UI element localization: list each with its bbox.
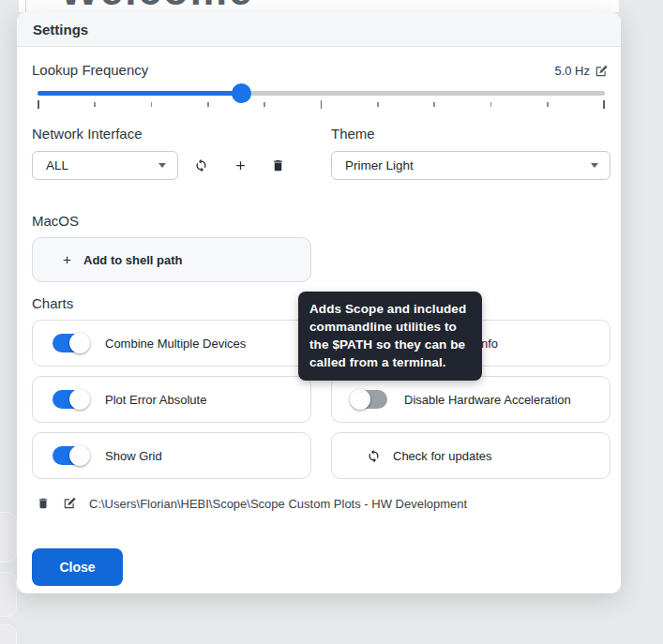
slider-tick: [38, 100, 39, 109]
custom-plots-path-row: C:\Users\Florian\HEBI\Scope\Scope Custom…: [32, 494, 467, 513]
slider-tick: [377, 102, 379, 107]
page-background: Welcome Settings Lookup Frequency 5.0 Hz…: [0, 0, 663, 644]
toggle-knob: [69, 333, 90, 353]
slider-tick: [151, 102, 153, 107]
background-card: [0, 512, 17, 562]
slider-ticks: [38, 100, 605, 109]
toggle-knob: [69, 445, 90, 466]
toggle-card-plot-error-absolute: Plot Error Absolute: [32, 376, 311, 423]
lookup-frequency-label: Lookup Frequency: [32, 62, 148, 78]
toggle-knob: [350, 389, 370, 410]
trash-icon: [271, 158, 285, 172]
background-card: [0, 624, 17, 644]
toggle-label: Combine Multiple Devices: [105, 337, 246, 351]
combine-multiple-devices-toggle[interactable]: [53, 334, 88, 352]
toggle-card-disable-hardware-acceleration: Disable Hardware Acceleration: [331, 376, 610, 423]
delete-plots-path-button[interactable]: [37, 497, 50, 510]
slider-tick: [547, 102, 549, 107]
disable-hardware-acceleration-toggle[interactable]: [352, 390, 387, 409]
slider-tick: [321, 100, 323, 109]
toggle-label: Show Grid: [105, 449, 162, 463]
slider-tick: [207, 102, 209, 107]
chevron-down-icon: [158, 163, 166, 168]
slider-tick: [490, 102, 492, 107]
add-to-shell-path-label: Add to shell path: [83, 253, 182, 267]
close-button[interactable]: Close: [32, 548, 123, 586]
plot-error-absolute-toggle[interactable]: [53, 390, 88, 409]
background-welcome-heading: Welcome: [60, 0, 253, 12]
background-card: [0, 572, 17, 617]
lookup-frequency-slider[interactable]: [38, 91, 605, 109]
charts-label: Charts: [32, 295, 73, 311]
background-window-strip: Welcome: [19, 0, 619, 12]
refresh-icon: [194, 158, 208, 172]
chevron-down-icon: [591, 163, 598, 168]
toggle-label-partial: nfo: [481, 337, 498, 351]
macos-label: MacOS: [32, 213, 79, 229]
plus-icon: [61, 254, 73, 266]
toggle-label: Plot Error Absolute: [105, 393, 206, 407]
toggle-card-combine-multiple-devices: Combine Multiple Devices: [32, 320, 311, 367]
lookup-frequency-value-row: 5.0 Hz: [554, 64, 608, 78]
toggle-knob: [69, 389, 90, 410]
network-interface-value: ALL: [46, 158, 68, 172]
background-divider: [25, 0, 26, 12]
tooltip-line: commandline utilities to: [309, 318, 471, 336]
custom-plots-path-text: C:\Users\Florian\HEBI\Scope\Scope Custom…: [89, 497, 467, 511]
lookup-frequency-value: 5.0 Hz: [554, 64, 590, 78]
theme-label: Theme: [331, 126, 375, 142]
theme-value: Primer Light: [345, 158, 414, 172]
edit-plots-path-button[interactable]: [63, 497, 76, 510]
tooltip-line: called from a terminal.: [309, 353, 471, 371]
slider-tick: [94, 102, 96, 107]
edit-frequency-icon[interactable]: [595, 65, 608, 78]
slider-track[interactable]: [38, 91, 605, 96]
slider-fill: [38, 91, 242, 96]
toggle-label: Disable Hardware Acceleration: [404, 393, 571, 407]
toggle-card-show-grid: Show Grid: [32, 432, 311, 479]
check-for-updates-button[interactable]: Check for updates: [331, 432, 610, 479]
tooltip-line: Adds Scope and included: [309, 300, 471, 318]
refresh-icon: [367, 449, 381, 463]
tooltip: Adds Scope and included commandline util…: [298, 292, 482, 381]
add-interface-button[interactable]: [225, 151, 255, 180]
network-interface-label: Network Interface: [32, 126, 143, 142]
check-for-updates-label: Check for updates: [393, 449, 492, 463]
refresh-interfaces-button[interactable]: [186, 151, 216, 180]
slider-tick: [264, 102, 265, 107]
dialog-header: Settings: [17, 12, 621, 47]
network-interface-select[interactable]: ALL: [32, 151, 178, 180]
slider-tick: [433, 102, 435, 107]
delete-interface-button[interactable]: [263, 151, 293, 180]
show-grid-toggle[interactable]: [53, 446, 88, 465]
tooltip-line: the $PATH so they can be: [309, 336, 471, 353]
dialog-title: Settings: [33, 22, 88, 37]
slider-tick: [603, 100, 605, 109]
theme-select[interactable]: Primer Light: [331, 151, 610, 180]
plus-icon: [234, 158, 248, 172]
add-to-shell-path-button[interactable]: Add to shell path: [32, 237, 311, 282]
